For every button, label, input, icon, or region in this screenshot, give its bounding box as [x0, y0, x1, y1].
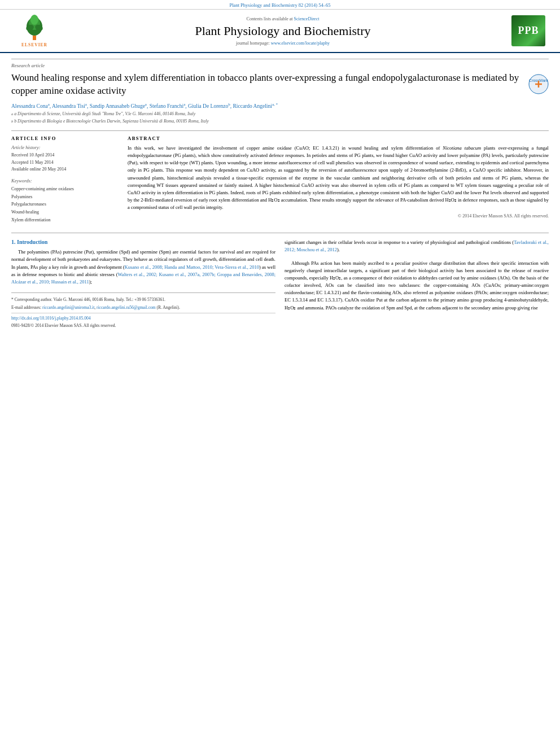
- footer-notes: * Corresponding author. Viale G. Marconi…: [11, 292, 275, 328]
- keyword-1: Copper-containing amine oxidases: [11, 185, 119, 193]
- journal-reference-text: Plant Physiology and Biochemistry 82 (20…: [230, 2, 331, 8]
- intro-left-column: 1. Introduction The polyamines (PAs) put…: [11, 239, 275, 327]
- footer-divider: [11, 313, 275, 313]
- journal-title-center: Contents lists available at ScienceDirec…: [60, 16, 506, 46]
- page-wrapper: Plant Physiology and Biochemistry 82 (20…: [0, 0, 560, 334]
- abstract-text: In this work, we have investigated the i…: [128, 145, 549, 212]
- elsevier-logo: ELSEVIER: [18, 14, 51, 47]
- svg-point-3: [30, 15, 38, 25]
- elsevier-tree-icon: [18, 14, 51, 41]
- doi-line: http://dx.doi.org/10.1016/j.plaphy.2014.…: [11, 316, 275, 321]
- intro-paragraph-right-1: significant changes in their cellular le…: [285, 239, 549, 254]
- elsevier-label: ELSEVIER: [21, 42, 47, 47]
- keywords-list: Copper-containing amine oxidases Polyami…: [11, 185, 119, 224]
- article-info-column: ARTICLE INFO Article history: Received 1…: [11, 136, 119, 224]
- issn-line: 0981-9428/© 2014 Elsevier Masson SAS. Al…: [11, 323, 275, 328]
- affiliation-2: b b Dipartimento di Biologia e Biotecnol…: [11, 119, 549, 125]
- email-note: E-mail addresses: riccardo.angelini@unir…: [11, 304, 275, 311]
- article-dates: Received 10 April 2014 Accepted 11 May 2…: [11, 152, 119, 173]
- crossmark-badge-icon: CrossMark: [528, 74, 549, 94]
- svg-rect-0: [33, 36, 36, 40]
- article-type-label: Research article: [11, 59, 549, 68]
- authors-line: Alessandra Conaa, Alessandra Tisia, Sand…: [11, 102, 549, 109]
- keyword-4: Wound-healing: [11, 208, 119, 216]
- intro-right-column: significant changes in their cellular le…: [285, 239, 549, 327]
- article-title: Wound healing response and xylem differe…: [11, 72, 523, 98]
- history-label: Article history:: [11, 145, 119, 150]
- ppb-logo-area: PPB: [506, 15, 551, 46]
- intro-paragraph-right-2: Although PAs action has been mainly ascr…: [285, 260, 549, 312]
- keyword-5: Xylem differentiation: [11, 216, 119, 224]
- keyword-3: Polygalacturonases: [11, 200, 119, 208]
- affiliations: a a Dipartimento di Scienze, Università …: [11, 111, 549, 125]
- available-date: Available online 20 May 2014: [11, 166, 119, 173]
- journal-title: Plant Physiology and Biochemistry: [60, 24, 506, 38]
- accepted-date: Accepted 11 May 2014: [11, 159, 119, 167]
- journal-reference-bar: Plant Physiology and Biochemistry 82 (20…: [0, 0, 560, 10]
- affiliation-1: a a Dipartimento di Scienze, Università …: [11, 111, 549, 117]
- journal-header: ELSEVIER Contents lists available at Sci…: [0, 10, 560, 53]
- abstract-column: ABSTRACT In this work, we have investiga…: [128, 136, 549, 224]
- keywords-label: Keywords:: [11, 178, 119, 184]
- publisher-logo-area: ELSEVIER: [9, 14, 60, 47]
- copyright-text: © 2014 Elsevier Masson SAS. All rights r…: [128, 213, 549, 219]
- abstract-title: ABSTRACT: [128, 136, 549, 141]
- doi-link[interactable]: http://dx.doi.org/10.1016/j.plaphy.2014.…: [11, 316, 90, 321]
- section-title: 1. Introduction: [11, 239, 275, 245]
- email-link-1[interactable]: riccardo.angelini@uniroma3.it: [42, 305, 94, 310]
- ppb-logo: PPB: [511, 15, 545, 46]
- info-abstract-section: ARTICLE INFO Article history: Received 1…: [11, 130, 549, 224]
- received-date: Received 10 April 2014: [11, 152, 119, 159]
- article-content: Research article Wound healing response …: [0, 53, 560, 334]
- contents-line: Contents lists available at ScienceDirec…: [60, 16, 506, 21]
- corresponding-author-note: * Corresponding author. Viale G. Marconi…: [11, 296, 275, 303]
- sciencedirect-link[interactable]: ScienceDirect: [294, 16, 320, 21]
- article-title-section: Wound healing response and xylem differe…: [11, 72, 549, 98]
- journal-homepage: journal homepage: www.elsevier.com/locat…: [60, 41, 506, 46]
- introduction-section: 1. Introduction The polyamines (PAs) put…: [11, 233, 549, 327]
- email-link-2[interactable]: riccardo.angelini.ra56@gmail.com: [97, 305, 156, 310]
- article-info-title: ARTICLE INFO: [11, 136, 119, 141]
- intro-paragraph-1: The polyamines (PAs) putrescine (Put), s…: [11, 248, 275, 286]
- homepage-link[interactable]: www.elsevier.com/locate/plaphy: [271, 41, 330, 46]
- keyword-2: Polyamines: [11, 193, 119, 201]
